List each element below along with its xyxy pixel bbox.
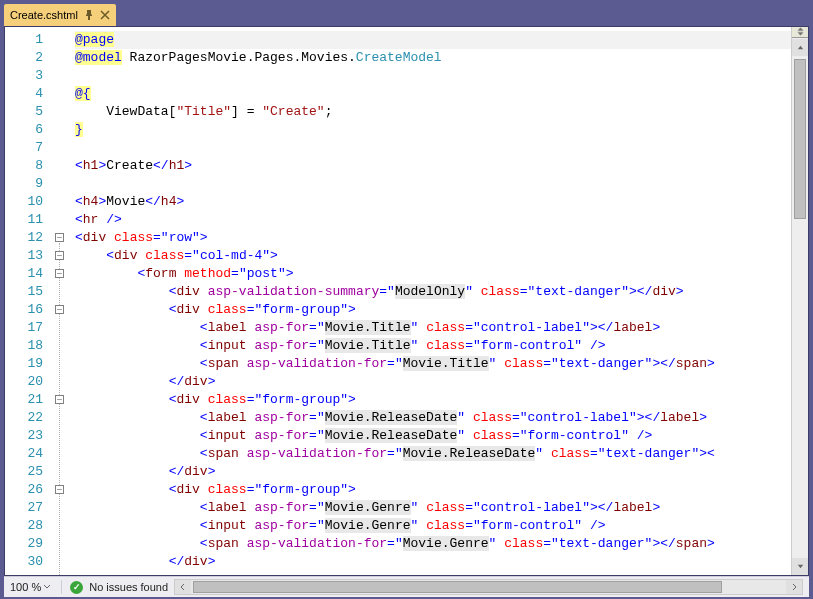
fold-toggle[interactable]: − [55,269,64,278]
code-line[interactable]: ViewData["Title"] = "Create"; [75,103,791,121]
line-number: 3 [5,67,43,85]
code-token: ="form-group"> [247,302,356,317]
code-token: < [75,194,83,209]
check-circle-icon: ✓ [70,581,83,594]
code-token: class [145,248,184,263]
code-line[interactable]: } [75,121,791,139]
code-token: </ [145,194,161,209]
scroll-up-icon[interactable] [792,39,808,56]
code-line[interactable]: <label asp-for="Movie.Genre" class="cont… [75,499,791,517]
code-line[interactable]: </div> [75,463,791,481]
code-token: Movie.Title [325,320,411,335]
line-number: 27 [5,499,43,517]
code-line[interactable]: <span asp-validation-for="Movie.Title" c… [75,355,791,373]
code-line[interactable]: </div> [75,373,791,391]
code-line[interactable]: <hr /> [75,211,791,229]
code-token: col-md-4 [200,248,262,263]
code-token [239,356,247,371]
code-line[interactable]: <h1>Create</h1> [75,157,791,175]
zoom-level[interactable]: 100 % [4,581,57,593]
code-line[interactable]: <div class="form-group"> [75,481,791,499]
code-line[interactable]: <input asp-for="Movie.ReleaseDate" class… [75,427,791,445]
code-token: span [208,356,239,371]
line-number: 9 [5,175,43,193]
code-token: ="control-label"></ [512,410,660,425]
code-line[interactable]: @page [75,31,791,49]
close-icon[interactable] [100,10,110,20]
code-token: h1 [169,158,185,173]
code-token: < [200,410,208,425]
code-token: > [176,194,184,209]
code-token: </ [169,464,185,479]
code-line[interactable]: <div class="row"> [75,229,791,247]
code-token: ViewData[ [75,104,176,119]
code-line[interactable] [75,175,791,193]
code-line[interactable]: <h4>Movie</h4> [75,193,791,211]
line-number: 17 [5,319,43,337]
line-number: 11 [5,211,43,229]
code-line[interactable] [75,67,791,85]
code-token: span [208,446,239,461]
code-token [418,338,426,353]
code-token: " [535,446,543,461]
code-line[interactable]: <div class="col-md-4"> [75,247,791,265]
code-token: class [426,518,465,533]
fold-toggle[interactable]: − [55,305,64,314]
code-line[interactable]: <label asp-for="Movie.Title" class="cont… [75,319,791,337]
code-token: > [652,320,660,335]
code-line[interactable]: <form method="post"> [75,265,791,283]
code-token: " [457,410,465,425]
code-editor[interactable]: 1234567891011121314151617181920212223242… [5,27,791,575]
code-line[interactable]: @{ [75,85,791,103]
code-line[interactable]: <input asp-for="Movie.Title" class="form… [75,337,791,355]
scroll-left-icon[interactable] [175,580,191,594]
code-token: ="control-label"></ [465,500,613,515]
fold-toggle[interactable]: − [55,251,64,260]
code-token [418,500,426,515]
code-line[interactable]: <span asp-validation-for="Movie.Genre" c… [75,535,791,553]
code-token: @{ [75,86,91,101]
error-health[interactable]: ✓ No issues found [66,581,168,594]
code-token [200,302,208,317]
code-token: label [660,410,699,425]
status-bar: 100 % ✓ No issues found [4,576,809,597]
code-token [75,554,169,569]
code-token: ="text-danger"></ [543,536,676,551]
code-line[interactable]: </div> [75,553,791,571]
fold-toggle[interactable]: − [55,395,64,404]
code-line[interactable]: @model RazorPagesMovie.Pages.Movies.Crea… [75,49,791,67]
vertical-scrollbar[interactable] [791,27,808,575]
code-line[interactable]: <div class="form-group"> [75,301,791,319]
fold-toggle[interactable]: − [55,233,64,242]
code-token [200,392,208,407]
code-token: input [208,428,247,443]
fold-toggle[interactable]: − [55,485,64,494]
code-token [239,536,247,551]
scrollbar-thumb[interactable] [193,581,722,593]
line-number: 25 [5,463,43,481]
scrollbar-thumb[interactable] [794,59,806,219]
code-token: </ [169,374,185,389]
split-handle-icon[interactable] [792,26,808,38]
code-token: asp-validation-for [247,446,387,461]
code-line[interactable]: <input asp-for="Movie.Genre" class="form… [75,517,791,535]
code-line[interactable]: <span asp-validation-for="Movie.ReleaseD… [75,445,791,463]
divider [61,580,62,594]
horizontal-scrollbar[interactable] [174,579,803,595]
code-line[interactable]: <label asp-for="Movie.ReleaseDate" class… [75,409,791,427]
code-token [75,338,200,353]
tab-create-cshtml[interactable]: Create.cshtml [4,4,116,26]
code-area[interactable]: @page@model RazorPagesMovie.Pages.Movies… [75,27,791,575]
code-line[interactable]: <div asp-validation-summary="ModelOnly" … [75,283,791,301]
code-token: asp-validation-for [247,356,387,371]
scroll-down-icon[interactable] [792,558,808,575]
code-token [75,500,200,515]
code-token [106,230,114,245]
code-token: =" [387,536,403,551]
scroll-right-icon[interactable] [786,580,802,594]
pin-icon[interactable] [84,10,94,20]
code-line[interactable]: <div class="form-group"> [75,391,791,409]
code-line[interactable] [75,139,791,157]
line-number: 10 [5,193,43,211]
code-token [418,320,426,335]
